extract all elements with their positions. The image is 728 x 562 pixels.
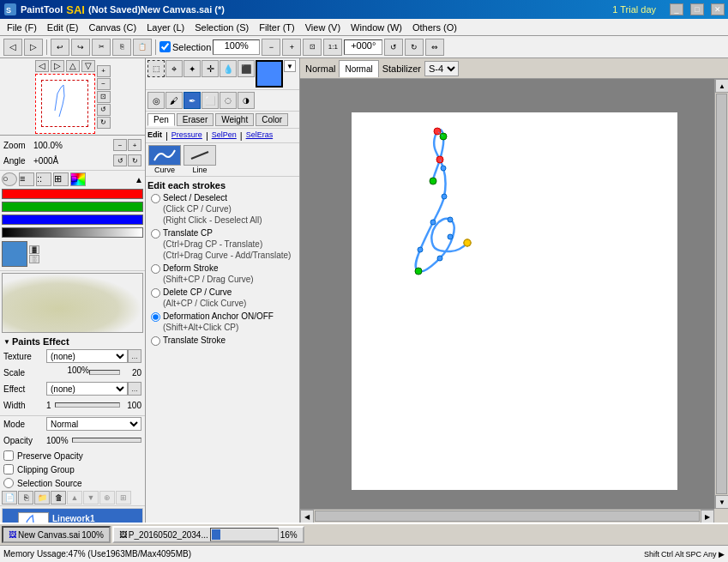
- radio-translate-stroke-input[interactable]: [151, 336, 160, 346]
- tab-weight[interactable]: Weight: [215, 113, 254, 126]
- radio-select-input[interactable]: [151, 194, 160, 203]
- brush-color-wheel[interactable]: □: [70, 172, 86, 186]
- layer-flatten-btn[interactable]: ⊞: [116, 491, 131, 505]
- green-bar[interactable]: [2, 202, 143, 212]
- toolbar-nav-1[interactable]: ◁: [3, 39, 22, 56]
- preview-rotate-l[interactable]: ↺: [97, 104, 111, 116]
- width-slider[interactable]: [55, 402, 120, 408]
- toolbar-copy[interactable]: ⎘: [112, 39, 131, 56]
- effect-select[interactable]: (none): [46, 382, 128, 396]
- tool-move[interactable]: ✛: [202, 60, 219, 77]
- layer-new-btn[interactable]: 📄: [2, 491, 17, 505]
- scroll-left-btn[interactable]: ◀: [300, 510, 314, 523]
- black-bar[interactable]: [2, 227, 143, 238]
- preview-btn-1[interactable]: ◁: [35, 60, 49, 72]
- preview-zoom-out[interactable]: −: [97, 78, 111, 90]
- scale-slider[interactable]: [89, 370, 120, 375]
- preview-btn-4[interactable]: ▽: [81, 60, 95, 72]
- angle-increase[interactable]: ↻: [128, 154, 141, 166]
- tab-eraser[interactable]: Eraser: [177, 113, 214, 126]
- tab-pen[interactable]: Pen: [147, 113, 175, 126]
- layer-up-btn[interactable]: ▲: [67, 491, 82, 505]
- toolbar-cut[interactable]: ✂: [92, 39, 111, 56]
- radio-deform-stroke-input[interactable]: [151, 264, 160, 274]
- clipping-group-checkbox[interactable]: [3, 464, 14, 474]
- canvas-tab-main[interactable]: Normal: [339, 60, 378, 77]
- preview-zoom-in[interactable]: +: [97, 65, 111, 77]
- tool-eraser[interactable]: ⬜: [202, 92, 219, 109]
- curve-btn[interactable]: [148, 145, 181, 166]
- preview-rotate-r[interactable]: ↻: [97, 117, 111, 129]
- tool-pen[interactable]: ✒: [184, 92, 201, 109]
- layer-copy-btn[interactable]: ⎘: [18, 491, 33, 505]
- mode-select[interactable]: Normal: [46, 417, 141, 431]
- layer-down-btn[interactable]: ▼: [83, 491, 99, 505]
- subtab-edit[interactable]: Edit: [147, 130, 162, 141]
- tool-fill[interactable]: ⬛: [238, 60, 255, 77]
- preview-zoom-fit[interactable]: ⊡: [97, 91, 111, 103]
- radio-deform-anchor-input[interactable]: [151, 312, 160, 322]
- preserve-opacity-checkbox[interactable]: [3, 450, 14, 461]
- scrollbar-horizontal[interactable]: ◀ ▶: [300, 509, 714, 523]
- selection-checkbox[interactable]: [159, 41, 171, 52]
- tool-sel-lasso[interactable]: ⌖: [165, 60, 183, 77]
- radio-translate-cp-input[interactable]: [151, 229, 160, 239]
- layer-item-linework1[interactable]: 👁 Linework1 Normal 100%: [2, 508, 143, 523]
- toolbar-undo[interactable]: ↩: [51, 39, 69, 56]
- rotate-left[interactable]: ↺: [384, 39, 403, 56]
- rotate-right[interactable]: ↻: [405, 39, 424, 56]
- color-arrow[interactable]: ▲: [135, 175, 143, 184]
- menu-filter[interactable]: Filter (T): [254, 21, 300, 34]
- tab-color[interactable]: Color: [256, 113, 288, 126]
- color-bg[interactable]: ░: [29, 255, 39, 263]
- brush-shape-circle[interactable]: ○: [2, 172, 17, 186]
- effect-browse[interactable]: …: [128, 382, 141, 396]
- zoom-increase[interactable]: +: [128, 139, 141, 151]
- blue-bar[interactable]: [2, 215, 143, 225]
- zoom-out[interactable]: −: [262, 39, 280, 56]
- radio-delete-cp-input[interactable]: [151, 288, 160, 298]
- zoom-decrease[interactable]: −: [113, 139, 127, 151]
- red-bar[interactable]: [2, 189, 143, 199]
- preview-btn-3[interactable]: △: [66, 60, 80, 72]
- selection-source-radio[interactable]: [3, 478, 14, 488]
- texture-browse[interactable]: …: [128, 349, 141, 363]
- brush-shape-grid[interactable]: ⊞: [53, 172, 69, 186]
- tool-watercolor[interactable]: 🖌: [165, 92, 183, 109]
- minimize-button[interactable]: _: [670, 3, 683, 15]
- layer-visibility-icon[interactable]: 👁: [4, 522, 16, 523]
- line-btn[interactable]: [184, 145, 216, 166]
- scroll-right-btn[interactable]: ▶: [701, 510, 714, 523]
- tool-airbrush[interactable]: ◎: [147, 92, 165, 109]
- scroll-down-btn[interactable]: ▼: [715, 495, 728, 509]
- menu-view[interactable]: View (V): [300, 21, 346, 34]
- menu-others[interactable]: Others (O): [407, 21, 462, 34]
- subtab-seleras[interactable]: SelEras: [246, 130, 274, 141]
- opacity-slider[interactable]: [72, 438, 141, 443]
- menu-selection[interactable]: Selection (S): [190, 21, 254, 34]
- brush-shape-lines[interactable]: ≡: [19, 172, 34, 186]
- subtab-selpen[interactable]: SelPen: [212, 130, 237, 141]
- scroll-thumb-v[interactable]: [716, 94, 727, 494]
- tool-dodge[interactable]: ◑: [238, 92, 255, 109]
- subtab-pressure[interactable]: Pressure: [171, 130, 202, 141]
- menu-canvas[interactable]: Canvas (C): [84, 21, 142, 34]
- layer-folder-btn[interactable]: 📁: [34, 491, 50, 505]
- color-preview[interactable]: [2, 241, 27, 267]
- flip-h[interactable]: ⇔: [425, 39, 444, 56]
- menu-layer[interactable]: Layer (L): [141, 21, 190, 34]
- zoom-input[interactable]: 100%: [213, 39, 260, 55]
- tool-sel-rect[interactable]: ⬚: [147, 60, 165, 77]
- scroll-thumb-h[interactable]: [315, 511, 700, 522]
- stabilizer-select[interactable]: S-4: [424, 61, 459, 76]
- color-expand-btn[interactable]: ▼: [284, 60, 296, 72]
- maximize-button[interactable]: □: [690, 3, 704, 15]
- toolbar-paste[interactable]: 📋: [133, 39, 152, 56]
- menu-edit[interactable]: Edit (E): [42, 21, 84, 34]
- menu-window[interactable]: Window (W): [346, 21, 407, 34]
- layer-delete-btn[interactable]: 🗑: [51, 491, 66, 505]
- zoom-fit[interactable]: ⊡: [303, 39, 322, 56]
- scrollbar-vertical[interactable]: ▲ ▼: [714, 79, 728, 509]
- menu-file[interactable]: File (F): [2, 21, 42, 34]
- active-color-box[interactable]: [256, 60, 283, 88]
